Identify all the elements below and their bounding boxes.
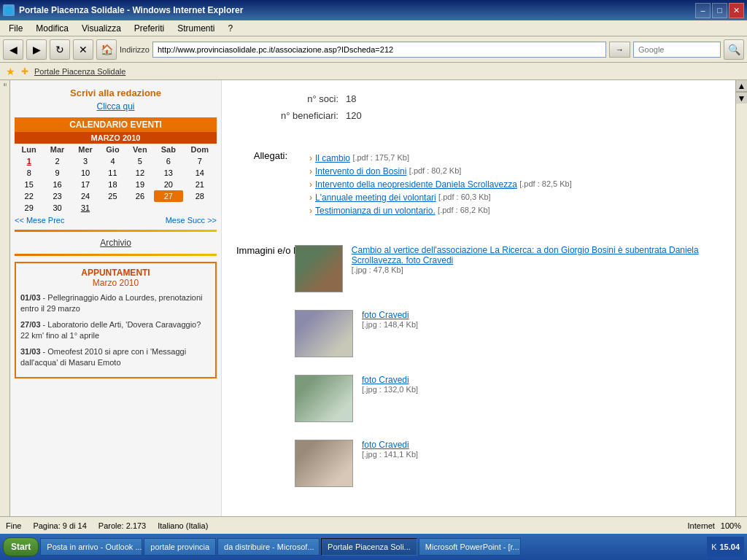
calendar-day[interactable]: 7: [183, 155, 217, 167]
allegato-link[interactable]: Testimonianza di un volontario.: [315, 206, 436, 216]
calendar-day[interactable]: 29: [15, 202, 43, 214]
calendar-day[interactable]: 8: [15, 167, 43, 179]
calendar-day[interactable]: 16: [43, 179, 71, 190]
photo-thumbnail[interactable]: [295, 310, 353, 357]
calendar-day[interactable]: 28: [183, 190, 217, 202]
allegato-item: ›Il cambio [.pdf : 175,7 Kb]: [309, 153, 572, 163]
taskbar-item[interactable]: Portale Piacenza Soli...: [321, 538, 417, 556]
calendar-day[interactable]: 13: [154, 167, 182, 179]
allegato-link[interactable]: L'annuale meeting dei volontari: [315, 192, 436, 203]
stop-button[interactable]: ✕: [73, 39, 93, 60]
taskbar-item[interactable]: Posta in arrivo - Outlook ...: [40, 538, 142, 556]
menu-preferiti[interactable]: Preferiti: [128, 22, 170, 35]
browser-body: ≡ Scrivi alla redazione Clicca qui CALEN…: [0, 80, 747, 516]
scroll-up-button[interactable]: ▲: [736, 80, 747, 92]
allegati-label: Allegati:: [236, 150, 295, 161]
photo-row: foto Cravedi[.jpg : 141,1 Kb]: [295, 440, 721, 487]
calendar-day[interactable]: 11: [99, 167, 125, 179]
menu-visualizza[interactable]: Visualizza: [76, 22, 127, 35]
separator2: [15, 254, 217, 256]
menu-help[interactable]: ?: [222, 22, 239, 35]
allegato-item: ›L'annuale meeting dei volontari [.pdf :…: [309, 192, 572, 203]
calendar-day: [126, 202, 154, 214]
photo-caption[interactable]: foto Cravedi: [362, 310, 418, 320]
calendar-day[interactable]: 25: [99, 190, 125, 202]
forward-button[interactable]: ▶: [26, 39, 47, 60]
address-bar: Indirizzo →: [120, 42, 630, 58]
calendar-day[interactable]: 30: [43, 202, 71, 214]
photo-thumbnail[interactable]: [295, 440, 353, 487]
close-button[interactable]: ✕: [729, 3, 744, 18]
scroll-down-button[interactable]: ▼: [736, 92, 747, 104]
calendar-day[interactable]: 22: [15, 190, 43, 202]
favorite-add-icon[interactable]: ✚: [21, 66, 28, 77]
calendar-day[interactable]: 19: [126, 179, 154, 190]
next-month-button[interactable]: Mese Succ >>: [166, 216, 217, 225]
tab-portale[interactable]: Portale Piacenza Solidale: [34, 67, 125, 76]
taskbar-item[interactable]: da distribuire - Microsof...: [217, 538, 320, 556]
beneficiari-row: n° beneficiari: 120: [236, 110, 721, 121]
calendar-day[interactable]: 5: [126, 155, 154, 167]
calendar-day[interactable]: 14: [183, 167, 217, 179]
calendar-day[interactable]: 24: [71, 190, 99, 202]
status-text: Fine: [6, 521, 21, 530]
calendar-day[interactable]: 6: [154, 155, 182, 167]
sidebar: Scrivi alla redazione Clicca qui CALENDA…: [10, 80, 222, 516]
appuntamento-date: 31/03: [20, 347, 41, 356]
calendar-day[interactable]: 21: [183, 179, 217, 190]
calendar-day[interactable]: 10: [71, 167, 99, 179]
photo-thumbnail[interactable]: [295, 375, 353, 422]
search-button[interactable]: 🔍: [724, 39, 744, 60]
menu-file[interactable]: File: [3, 22, 28, 35]
minimize-button[interactable]: –: [695, 3, 711, 18]
prev-month-button[interactable]: << Mese Prec: [15, 216, 64, 225]
refresh-button[interactable]: ↻: [50, 39, 70, 60]
calendar-day[interactable]: 20: [154, 179, 182, 190]
calendar-table: LunMarMerGioVenSabDom 123456789101112131…: [15, 144, 217, 214]
calendar-day[interactable]: 12: [126, 167, 154, 179]
calendar-day[interactable]: 2: [43, 155, 71, 167]
photo-thumbnail[interactable]: [295, 245, 343, 292]
left-label: ≡: [1, 83, 8, 87]
window-title: Portale Piacenza Solidale - Windows Inte…: [19, 5, 243, 15]
photo-caption[interactable]: Cambio al vertice dell'associazione La R…: [352, 245, 721, 265]
calendar-day[interactable]: 27: [154, 190, 182, 202]
calendar-day[interactable]: 1: [15, 155, 43, 167]
photo-caption[interactable]: foto Cravedi: [362, 440, 418, 450]
appuntamenti-header: APPUNTAMENTI: [20, 268, 211, 278]
photo-info: Cambio al vertice dell'associazione La R…: [352, 245, 721, 274]
photo-meta: [.jpg : 47,8 Kb]: [352, 265, 721, 274]
menu-strumenti[interactable]: Strumenti: [171, 22, 220, 35]
allegato-link[interactable]: Intervento della neopresidente Daniela S…: [315, 179, 517, 190]
calendar-day[interactable]: 9: [43, 167, 71, 179]
allegato-link[interactable]: Il cambio: [315, 153, 350, 163]
calendar-day[interactable]: 17: [71, 179, 99, 190]
immagini-section: Immagini e/o Foto: Cambio al vertice del…: [236, 245, 721, 496]
appuntamenti-list: 01/03 - Pellegrinaggio Aido a Lourdes, p…: [20, 292, 211, 368]
calendar-day[interactable]: 31: [71, 202, 99, 214]
taskbar-item[interactable]: Microsoft PowerPoint - [r...: [419, 538, 521, 556]
photo-caption[interactable]: foto Cravedi: [362, 375, 418, 385]
calendar-day[interactable]: 18: [99, 179, 125, 190]
allegato-link[interactable]: Intervento di don Bosini: [315, 166, 406, 176]
clicca-link[interactable]: Clicca qui: [15, 101, 217, 112]
address-input[interactable]: [152, 42, 606, 58]
calendar-day[interactable]: 23: [43, 190, 71, 202]
scrollbar[interactable]: ▲ ▼: [735, 80, 747, 516]
calendar-day[interactable]: 4: [99, 155, 125, 167]
taskbar: Start Posta in arrivo - Outlook ...porta…: [0, 534, 747, 560]
search-input[interactable]: [633, 42, 721, 58]
home-button[interactable]: 🏠: [96, 39, 117, 60]
archivio-link[interactable]: Archivio: [15, 235, 217, 251]
go-button[interactable]: →: [609, 42, 630, 58]
menu-modifica[interactable]: Modifica: [30, 22, 74, 35]
calendar-day[interactable]: 26: [126, 190, 154, 202]
start-button[interactable]: Start: [3, 537, 39, 556]
calendar-nav: << Mese Prec Mese Succ >>: [15, 214, 217, 227]
calendar-day[interactable]: 15: [15, 179, 43, 190]
taskbar-item[interactable]: portale provincia: [144, 538, 216, 556]
maximize-button[interactable]: □: [712, 3, 727, 18]
back-button[interactable]: ◀: [3, 39, 23, 60]
calendar-day[interactable]: 3: [71, 155, 99, 167]
tray-time: 15.04: [719, 542, 740, 551]
